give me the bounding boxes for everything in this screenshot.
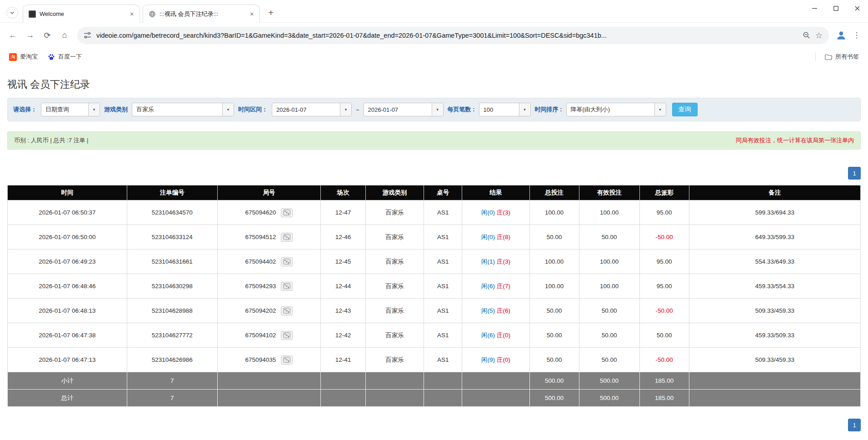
round-id: 675094620 [245, 209, 276, 215]
cell-bet-id: 523104627772 [127, 323, 217, 348]
dice-icon[interactable] [281, 355, 293, 365]
cell-session: 12-44 [320, 274, 365, 299]
new-tab-button[interactable]: + [264, 6, 277, 19]
menu-icon[interactable]: ⋮ [850, 28, 863, 43]
subtotal-row: 小计 7 500.00 500.00 185.00 [8, 372, 861, 390]
site-info-icon[interactable] [84, 31, 91, 39]
cell-payout: 95.00 [639, 274, 689, 299]
page-button-1[interactable]: 1 [848, 419, 861, 431]
maximize-icon [833, 6, 838, 11]
banker-result: 庄(3) [497, 258, 510, 265]
col-payout: 总派彩 [639, 185, 689, 200]
player-result: 闲(6) [481, 283, 495, 290]
refresh-button[interactable]: ⟳ [39, 27, 55, 44]
cell-result: 闲(9)庄(0) [462, 348, 529, 372]
cell-result: 闲(6)庄(7) [462, 274, 529, 299]
dice-icon[interactable] [281, 233, 293, 242]
banker-result: 庄(0) [497, 356, 510, 363]
cell-payout: -50.00 [639, 299, 689, 323]
player-result: 闲(5) [481, 307, 495, 314]
sort-select[interactable]: 降幂(由大到小) ▾ [566, 103, 666, 116]
cell-result: 闲(1)庄(3) [462, 250, 529, 274]
search-button[interactable]: 查询 [672, 103, 698, 116]
page-button-1[interactable]: 1 [848, 167, 861, 180]
per-page-label: 每页笔数 : [448, 105, 475, 114]
maximize-button[interactable] [825, 0, 847, 16]
dice-icon[interactable] [281, 306, 293, 315]
col-session: 场次 [320, 185, 365, 200]
table-row: 2026-01-07 06:47:38 523104627772 6750941… [8, 323, 861, 348]
profile-icon[interactable] [833, 28, 849, 43]
bookmark-baidu[interactable]: 百度一下 [44, 51, 85, 63]
table-header-row: 时间 注单编号 局号 场次 游戏类别 桌号 结果 总投注 有效投注 总派彩 备注 [8, 185, 861, 200]
home-button[interactable]: ⌂ [56, 27, 73, 44]
zoom-icon[interactable] [803, 31, 810, 39]
cell-total-bet[interactable]: 50.00 [529, 225, 579, 250]
round-id: 675094035 [245, 356, 276, 363]
cell-valid-bet: 50.00 [579, 323, 639, 348]
cell-table: AS1 [424, 225, 462, 250]
dice-icon[interactable] [281, 331, 293, 340]
cell-table: AS1 [424, 274, 462, 299]
all-bookmarks-button[interactable]: 所有书签 [821, 51, 863, 63]
cell-total-bet[interactable]: 50.00 [529, 348, 579, 372]
date-end-select[interactable]: 2026-01-07 ▾ [364, 103, 444, 116]
cell-game-kind: 百家乐 [366, 274, 424, 299]
cell-total-bet[interactable]: 100.00 [529, 274, 579, 299]
summary-empty-cell [424, 390, 462, 407]
cell-note: 509.33/459.33 [689, 348, 860, 372]
welcome-favicon [29, 10, 36, 18]
dice-icon[interactable] [281, 257, 293, 266]
cell-total-bet[interactable]: 100.00 [529, 200, 579, 225]
cell-total-bet[interactable]: 100.00 [529, 250, 579, 274]
cell-game-kind: 百家乐 [366, 323, 424, 348]
forward-button[interactable]: → [22, 27, 38, 44]
dice-icon[interactable] [281, 208, 293, 217]
chevron-down-icon [10, 10, 15, 15]
url-bar[interactable]: videoie.com/game/betrecord_search/kind3?… [77, 27, 829, 44]
round-id: 675094402 [245, 258, 276, 265]
cell-result: 闲(0)庄(8) [462, 225, 529, 250]
chevron-down-icon: ▾ [340, 103, 351, 116]
tab-welcome[interactable]: Welcome × [23, 5, 140, 23]
cell-result: 闲(6)庄(0) [462, 323, 529, 348]
tab-betrecord[interactable]: :::视讯 会员下注纪录::: × [143, 5, 260, 23]
cell-round: 675094102 [217, 323, 320, 348]
date-start-select[interactable]: 2026-01-07 ▾ [272, 103, 352, 116]
summary-empty-cell [424, 372, 462, 390]
query-type-value: 日期查询 [41, 105, 73, 114]
url-text[interactable]: videoie.com/game/betrecord_search/kind3?… [96, 32, 798, 39]
cell-bet-id: 523104626986 [127, 348, 217, 372]
per-page-select[interactable]: 100 ▾ [479, 103, 531, 116]
cell-round: 675094402 [217, 250, 320, 274]
cell-session: 12-47 [320, 200, 365, 225]
query-type-select[interactable]: 日期查询 ▾ [41, 103, 100, 116]
tab-close-icon[interactable]: × [128, 10, 136, 18]
tab-search-button[interactable] [6, 7, 18, 19]
chevron-down-icon: ▾ [519, 103, 530, 116]
game-kind-select[interactable]: 百家乐 ▾ [132, 103, 234, 116]
minimize-button[interactable] [804, 0, 825, 16]
tab-close-icon[interactable]: × [248, 10, 256, 18]
col-game-kind: 游戏类别 [366, 185, 424, 200]
dice-icon[interactable] [281, 282, 293, 291]
col-valid-bet: 有效投注 [579, 185, 639, 200]
total-total-bet: 500.00 [529, 390, 579, 407]
cell-time: 2026-01-07 06:49:23 [8, 250, 127, 274]
col-note: 备注 [689, 185, 860, 200]
close-window-button[interactable] [847, 0, 868, 16]
globe-icon [149, 10, 156, 18]
tab-title: Welcome [40, 10, 124, 17]
bookmark-aitaobao[interactable]: 淘 爱淘宝 [5, 51, 41, 63]
col-round: 局号 [217, 185, 320, 200]
cell-total-bet[interactable]: 50.00 [529, 299, 579, 323]
bookmark-star-icon[interactable]: ☆ [815, 30, 823, 40]
cell-valid-bet: 100.00 [579, 250, 639, 274]
cell-session: 12-42 [320, 323, 365, 348]
cell-valid-bet: 50.00 [579, 225, 639, 250]
back-button[interactable]: ← [5, 27, 21, 44]
cell-total-bet[interactable]: 50.00 [529, 323, 579, 348]
round-id: 675094102 [245, 331, 276, 338]
summary-empty-cell [366, 372, 424, 390]
summary-empty-cell [689, 390, 860, 407]
